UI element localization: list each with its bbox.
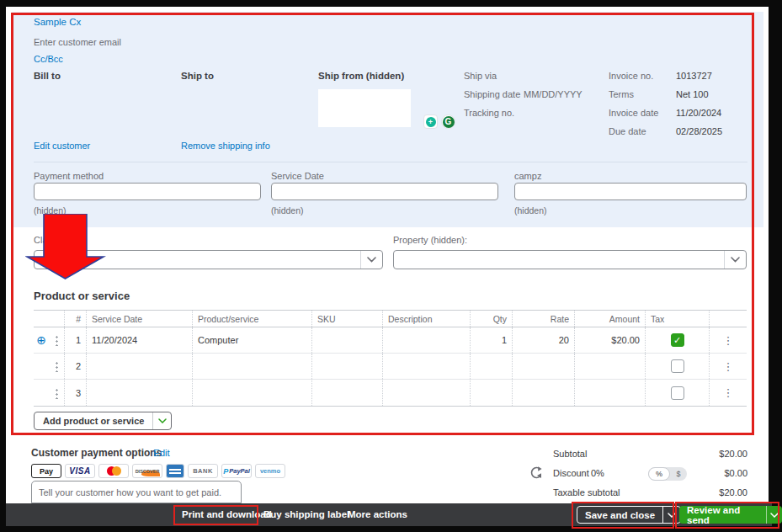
ship-from-address-box[interactable] [318,89,411,127]
col-rate: Rate [512,311,574,327]
cell-service-date[interactable] [86,354,192,379]
languagetool-icon[interactable]: + [423,114,438,129]
property-select[interactable] [393,250,747,269]
venmo-label: venmo [260,467,280,475]
cell-product[interactable]: Computer [192,327,311,353]
customer-name-link[interactable]: Sample Cx [34,17,81,27]
extension-icons: + G [423,114,455,129]
due-date-value[interactable]: 02/28/2025 [676,126,722,136]
chevron-down-icon [770,513,779,518]
bank-label: BANK [193,467,213,475]
col-description: Description [382,311,470,327]
tax-checkbox[interactable]: ✓ [671,359,684,373]
chevron-down-icon[interactable] [360,251,382,269]
kebab-menu-icon[interactable]: ⋮ [723,335,734,346]
cell-service-date[interactable]: 11/20/2024 [86,327,192,353]
more-actions-button[interactable]: More actions [348,503,407,526]
apple-pay-label: Pay [40,467,53,476]
paypal-p-mark: P [223,467,228,476]
save-and-close-dropdown[interactable] [662,507,680,523]
chevron-down-icon[interactable] [724,251,746,269]
tax-checkbox[interactable]: ✓ [671,386,684,400]
tax-checkbox[interactable]: ✓ [671,333,684,347]
cell-rate[interactable]: 20 [512,327,574,353]
row-number: 3 [64,380,86,406]
line-items-heading: Product or service [34,290,130,302]
review-and-send-dropdown[interactable] [766,506,782,524]
cc-bcc-link[interactable]: Cc/Bcc [34,54,63,64]
ship-via-label: Ship via [464,71,497,81]
remove-shipping-link[interactable]: Remove shipping info [181,141,270,151]
cell-qty[interactable] [470,380,512,406]
cell-sku[interactable] [311,380,382,406]
payment-method-input[interactable] [34,183,261,200]
cell-product[interactable] [192,354,311,379]
drag-handle[interactable] [49,380,64,406]
drag-handle-icon [54,387,59,399]
add-row-above-button[interactable]: ⊕ [34,327,49,353]
cell-sku[interactable] [311,327,382,353]
cell-qty[interactable]: 1 [470,327,512,353]
discount-percent-input[interactable]: 0% [591,468,604,478]
drag-handle[interactable] [49,354,64,379]
tracking-no-label: Tracking no. [464,108,514,118]
invoice-date-value[interactable]: 11/20/2024 [676,108,721,118]
mastercard-badge [98,464,129,478]
grammarly-icon[interactable]: G [441,114,455,129]
add-product-dropdown[interactable] [152,412,171,429]
property-label: Property (hidden): [393,235,467,245]
review-and-send-button-group: Review and send [679,506,782,524]
print-and-download-button[interactable]: Print and download [182,503,272,526]
review-and-send-button[interactable]: Review and send [679,506,766,524]
recalculate-icon[interactable] [530,466,543,480]
col-actions [709,311,747,327]
bank-badge: BANK [188,464,218,478]
customer-email-input[interactable]: Enter customer email [34,37,121,47]
subtotal-label: Subtotal [553,449,587,459]
cell-tax: ✓ [645,327,709,353]
cell-service-date[interactable] [86,380,192,406]
taxable-subtotal-value: $20.00 [663,487,747,497]
col-qty: Qty [470,311,512,327]
drag-handle[interactable] [49,327,64,353]
cell-product[interactable] [192,380,311,406]
cell-tax: ✓ [645,380,709,406]
cell-qty[interactable] [470,354,512,379]
table-row: ⊕ 1 11/20/2024 Computer 1 20 $20.00 ✓ ⋮ [34,327,747,354]
payment-options-edit-link[interactable]: Edit [153,448,170,458]
shipping-date-value[interactable]: MM/DD/YYYY [524,89,583,99]
cell-description[interactable] [382,354,470,379]
cell-description[interactable] [382,327,470,353]
col-sku: SKU [311,311,382,327]
annotation-arrow [25,214,106,280]
amex-badge [166,464,184,478]
line-items-table: # Service Date Product/service SKU Descr… [34,310,747,407]
cell-amount: $20.00 [574,327,645,353]
payment-message-input[interactable]: Tell your customer how you want to get p… [31,481,242,503]
add-product-button[interactable]: Add product or service [35,412,152,429]
amex-mark [169,469,181,471]
table-header-row: # Service Date Product/service SKU Descr… [34,311,747,327]
save-and-close-button[interactable]: Save and close [577,507,662,523]
cell-sku[interactable] [311,354,382,379]
invoice-date-label: Invoice date [609,108,658,118]
invoice-no-value: 1013727 [676,71,712,81]
screenshot-frame: Sample Cx Enter customer email Cc/Bcc Bi… [0,0,782,532]
kebab-menu-icon[interactable]: ⋮ [723,387,734,398]
kebab-menu-icon[interactable]: ⋮ [723,361,734,372]
cell-rate[interactable] [512,354,574,379]
terms-value[interactable]: Net 100 [676,89,709,99]
cell-rate[interactable] [512,380,574,406]
check-icon: ✓ [673,387,681,398]
panel-divider [34,162,747,162]
col-num: # [64,311,86,327]
row-number: 2 [64,354,86,379]
cell-actions: ⋮ [709,380,747,406]
cell-description[interactable] [382,380,470,406]
edit-customer-link[interactable]: Edit customer [34,141,90,151]
service-date-input[interactable] [271,183,498,200]
campz-input[interactable] [514,183,747,200]
cell-actions: ⋮ [709,354,747,379]
col-amount: Amount [574,311,645,327]
buy-shipping-label-button[interactable]: Buy shipping label [263,503,349,526]
